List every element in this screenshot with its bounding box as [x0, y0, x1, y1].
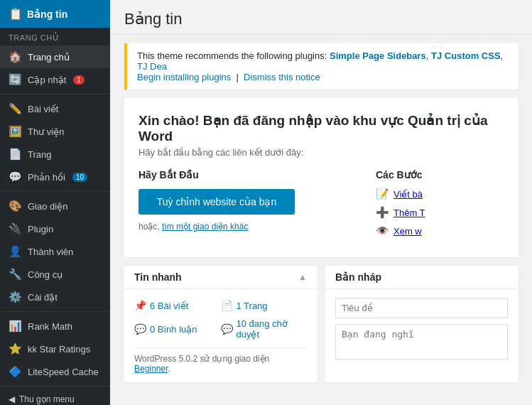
sidebar-item-phan-hoi[interactable]: 💬 Phản hồi 10 — [0, 166, 110, 188]
comments-count-link[interactable]: 0 Bình luận — [150, 324, 197, 335]
sidebar-item-label: Cài đặt — [28, 292, 58, 303]
welcome-title: Xin chào! Bạn đã đăng nhập vào khu vực Q… — [139, 112, 504, 144]
draft-body — [325, 289, 518, 370]
divider-2 — [0, 191, 110, 192]
update-icon: 🔄 — [9, 73, 22, 86]
sidebar-item-thu-vien[interactable]: 🖼️ Thư viện — [0, 120, 110, 143]
pages-count-link[interactable]: 1 Trang — [237, 301, 268, 311]
at-a-glance-widget: Tin nhanh ▲ 📌 6 Bài viết 📄 1 Trang 💬 0 — [124, 266, 317, 382]
sidebar-item-cai-dat[interactable]: ⚙️ Cài đặt — [0, 286, 110, 308]
glance-footer: WordPress 5.0.2 sử dụng giao diện Beginn… — [134, 347, 307, 374]
sidebar-item-litespeed[interactable]: 🔷 LiteSpeed Cache — [0, 360, 110, 383]
welcome-link-write[interactable]: 📝 Viết bà — [376, 188, 504, 200]
plugin-name-3: TJ Dea — [137, 61, 167, 72]
dismiss-label: Dismiss this notice — [244, 72, 320, 82]
sidebar-item-label: Công cụ — [28, 269, 63, 280]
sidebar-item-label: kk Star Ratings — [28, 344, 90, 355]
sidebar: 📋 Bảng tin Trang chủ 🏠 Trang chủ 🔄 Cập n… — [0, 0, 110, 405]
welcome-subtitle: Hãy bắt đầu bằng các liên kết dưới đây: — [139, 147, 504, 158]
posts-count-link[interactable]: 6 Bài viết — [150, 301, 188, 311]
litespeed-icon: 🔷 — [9, 365, 22, 378]
collapse-menu-button[interactable]: ◀ Thu gọn menu — [0, 389, 110, 405]
plugin-name-2: TJ Custom CSS — [431, 50, 501, 61]
draft-title-input[interactable] — [335, 298, 508, 318]
pending-count-link[interactable]: 10 đang chờ duyệt — [237, 318, 308, 340]
draft-title: Bản nháp — [335, 271, 381, 283]
sidebar-section: Trang chủ — [0, 28, 110, 45]
sidebar-item-rank-math[interactable]: 📊 Rank Math — [0, 315, 110, 338]
sidebar-item-bai-viet[interactable]: ✏️ Bài viết — [0, 97, 110, 120]
users-icon: 👤 — [9, 245, 22, 258]
page-title: Bảng tin — [124, 10, 518, 28]
sidebar-item-label: Cập nhật — [28, 75, 66, 85]
sidebar-item-trang-chu[interactable]: 🏠 Trang chủ — [0, 45, 110, 68]
glance-header: Tin nhanh ▲ — [124, 266, 317, 289]
welcome-right-heading: Các Bước — [376, 169, 504, 180]
glance-items: 📌 6 Bài viết 📄 1 Trang 💬 0 Bình luận 💬 1… — [134, 298, 307, 342]
welcome-or-text: hoặc, tìm một giao diện khác — [139, 222, 362, 232]
customize-button[interactable]: Tuỳ chỉnh website của bạn — [139, 189, 295, 215]
sidebar-item-label: Bài viết — [28, 104, 58, 114]
collapse-label: Thu gọn menu — [19, 394, 75, 404]
welcome-columns: Hãy Bắt Đầu Tuỳ chỉnh website của bạn ho… — [139, 169, 504, 243]
glance-title: Tin nhanh — [134, 271, 182, 283]
glance-item-pending: 💬 10 đang chờ duyệt — [221, 316, 308, 342]
dismiss-notice-link[interactable]: Dismiss this notice — [244, 72, 320, 82]
welcome-link-add[interactable]: ➕ Thêm T — [376, 206, 504, 219]
collapse-arrow-icon: ◀ — [9, 394, 15, 404]
welcome-right-col: Các Bước 📝 Viết bà ➕ Thêm T 👁️ Xem w — [376, 169, 504, 243]
plugin-link-tj-dea[interactable]: TJ Dea — [137, 61, 167, 72]
sidebar-item-plugin[interactable]: 🔌 Plugin — [0, 217, 110, 240]
welcome-box: Xin chào! Bạn đã đăng nhập vào khu vực Q… — [124, 98, 518, 257]
add-icon: ➕ — [376, 206, 389, 219]
sidebar-item-label: LiteSpeed Cache — [28, 367, 99, 377]
sidebar-item-label: Trang chủ — [28, 52, 70, 63]
bottom-row: Tin nhanh ▲ 📌 6 Bài viết 📄 1 Trang 💬 0 — [124, 266, 518, 382]
update-badge: 1 — [73, 75, 85, 85]
theme-link[interactable]: Beginner — [134, 364, 168, 374]
sidebar-item-kk-star[interactable]: ⭐ kk Star Ratings — [0, 338, 110, 360]
main-content: Bảng tin This theme recommends the follo… — [110, 0, 532, 405]
divider-3 — [0, 311, 110, 312]
appearance-icon: 🎨 — [9, 200, 22, 212]
sidebar-item-cap-nhat[interactable]: 🔄 Cập nhật 1 — [0, 68, 110, 91]
begin-installing-link[interactable]: Begin installing plugins — [137, 72, 231, 82]
posts-count-icon: 📌 — [134, 300, 146, 311]
plugin-notice: This theme recommends the following plug… — [124, 43, 518, 90]
settings-icon: ⚙️ — [9, 291, 22, 303]
begin-installing-label: Begin installing plugins — [137, 72, 231, 82]
glance-item-pages: 📄 1 Trang — [221, 298, 308, 313]
star-icon: ⭐ — [9, 342, 22, 355]
home-icon: 🏠 — [9, 50, 22, 63]
page-title-bar: Bảng tin — [110, 0, 532, 35]
plugin-link-simple-page[interactable]: Simple Page Sidebars — [330, 50, 426, 61]
divider-4 — [0, 386, 110, 387]
plugin-link-tj-css[interactable]: TJ Custom CSS — [431, 50, 501, 61]
quick-draft-widget: Bản nháp — [325, 266, 518, 382]
sidebar-item-label: Thư viện — [28, 126, 64, 137]
draft-header: Bản nháp — [325, 266, 518, 289]
comments-count-icon: 💬 — [134, 323, 146, 335]
sidebar-item-cong-cu[interactable]: 🔧 Công cụ — [0, 263, 110, 286]
sidebar-item-giao-dien[interactable]: 🎨 Giao diện — [0, 195, 110, 217]
write-icon: 📝 — [376, 188, 389, 200]
draft-content-input[interactable] — [335, 324, 508, 360]
glance-arrow-icon: ▲ — [298, 272, 307, 282]
rank-math-icon: 📊 — [9, 320, 22, 333]
notice-text: This theme recommends the following plug… — [137, 50, 327, 61]
sidebar-header: 📋 Bảng tin — [0, 0, 110, 28]
glance-item-comments: 💬 0 Bình luận — [134, 316, 221, 342]
sidebar-header-label: Bảng tin — [27, 9, 67, 20]
view-icon: 👁️ — [376, 225, 389, 237]
find-theme-link[interactable]: tìm một giao diện khác — [162, 222, 248, 232]
tools-icon: 🔧 — [9, 268, 22, 281]
sidebar-item-label: Phản hồi — [28, 172, 65, 183]
plugin-icon: 🔌 — [9, 222, 22, 235]
sidebar-item-thanh-vien[interactable]: 👤 Thành viên — [0, 240, 110, 263]
welcome-link-view[interactable]: 👁️ Xem w — [376, 225, 504, 237]
welcome-left-heading: Hãy Bắt Đầu — [139, 169, 362, 180]
sidebar-item-trang[interactable]: 📄 Trang — [0, 143, 110, 166]
sidebar-item-label: Plugin — [28, 224, 53, 234]
welcome-left-col: Hãy Bắt Đầu Tuỳ chỉnh website của bạn ho… — [139, 169, 362, 243]
posts-icon: ✏️ — [9, 102, 22, 115]
